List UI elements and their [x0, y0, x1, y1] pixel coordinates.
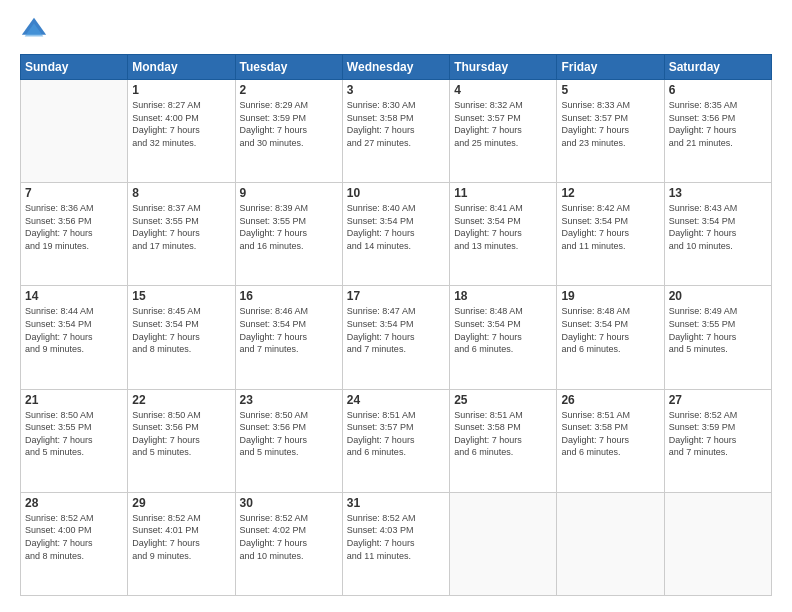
- calendar-cell: 19Sunrise: 8:48 AM Sunset: 3:54 PM Dayli…: [557, 286, 664, 389]
- cell-content: Sunrise: 8:33 AM Sunset: 3:57 PM Dayligh…: [561, 99, 659, 149]
- day-number: 20: [669, 289, 767, 303]
- day-number: 22: [132, 393, 230, 407]
- calendar-cell: 30Sunrise: 8:52 AM Sunset: 4:02 PM Dayli…: [235, 492, 342, 595]
- calendar-table: SundayMondayTuesdayWednesdayThursdayFrid…: [20, 54, 772, 596]
- calendar-cell: 23Sunrise: 8:50 AM Sunset: 3:56 PM Dayli…: [235, 389, 342, 492]
- cell-content: Sunrise: 8:43 AM Sunset: 3:54 PM Dayligh…: [669, 202, 767, 252]
- column-header-monday: Monday: [128, 55, 235, 80]
- calendar-cell: 20Sunrise: 8:49 AM Sunset: 3:55 PM Dayli…: [664, 286, 771, 389]
- calendar-cell: 12Sunrise: 8:42 AM Sunset: 3:54 PM Dayli…: [557, 183, 664, 286]
- calendar-cell: 31Sunrise: 8:52 AM Sunset: 4:03 PM Dayli…: [342, 492, 449, 595]
- page: SundayMondayTuesdayWednesdayThursdayFrid…: [0, 0, 792, 612]
- calendar-cell: 22Sunrise: 8:50 AM Sunset: 3:56 PM Dayli…: [128, 389, 235, 492]
- day-number: 31: [347, 496, 445, 510]
- column-header-tuesday: Tuesday: [235, 55, 342, 80]
- calendar-cell: 27Sunrise: 8:52 AM Sunset: 3:59 PM Dayli…: [664, 389, 771, 492]
- calendar-header-row: SundayMondayTuesdayWednesdayThursdayFrid…: [21, 55, 772, 80]
- cell-content: Sunrise: 8:37 AM Sunset: 3:55 PM Dayligh…: [132, 202, 230, 252]
- day-number: 4: [454, 83, 552, 97]
- calendar-cell: 26Sunrise: 8:51 AM Sunset: 3:58 PM Dayli…: [557, 389, 664, 492]
- day-number: 26: [561, 393, 659, 407]
- day-number: 6: [669, 83, 767, 97]
- cell-content: Sunrise: 8:48 AM Sunset: 3:54 PM Dayligh…: [454, 305, 552, 355]
- cell-content: Sunrise: 8:35 AM Sunset: 3:56 PM Dayligh…: [669, 99, 767, 149]
- calendar-week-4: 21Sunrise: 8:50 AM Sunset: 3:55 PM Dayli…: [21, 389, 772, 492]
- calendar-cell: 4Sunrise: 8:32 AM Sunset: 3:57 PM Daylig…: [450, 80, 557, 183]
- day-number: 16: [240, 289, 338, 303]
- cell-content: Sunrise: 8:51 AM Sunset: 3:58 PM Dayligh…: [454, 409, 552, 459]
- calendar-week-5: 28Sunrise: 8:52 AM Sunset: 4:00 PM Dayli…: [21, 492, 772, 595]
- day-number: 12: [561, 186, 659, 200]
- cell-content: Sunrise: 8:30 AM Sunset: 3:58 PM Dayligh…: [347, 99, 445, 149]
- day-number: 7: [25, 186, 123, 200]
- cell-content: Sunrise: 8:52 AM Sunset: 4:03 PM Dayligh…: [347, 512, 445, 562]
- column-header-thursday: Thursday: [450, 55, 557, 80]
- day-number: 2: [240, 83, 338, 97]
- cell-content: Sunrise: 8:50 AM Sunset: 3:55 PM Dayligh…: [25, 409, 123, 459]
- cell-content: Sunrise: 8:46 AM Sunset: 3:54 PM Dayligh…: [240, 305, 338, 355]
- day-number: 25: [454, 393, 552, 407]
- day-number: 9: [240, 186, 338, 200]
- day-number: 30: [240, 496, 338, 510]
- calendar-cell: [450, 492, 557, 595]
- cell-content: Sunrise: 8:51 AM Sunset: 3:58 PM Dayligh…: [561, 409, 659, 459]
- cell-content: Sunrise: 8:29 AM Sunset: 3:59 PM Dayligh…: [240, 99, 338, 149]
- cell-content: Sunrise: 8:52 AM Sunset: 4:01 PM Dayligh…: [132, 512, 230, 562]
- column-header-saturday: Saturday: [664, 55, 771, 80]
- header: [20, 16, 772, 44]
- calendar-cell: 9Sunrise: 8:39 AM Sunset: 3:55 PM Daylig…: [235, 183, 342, 286]
- column-header-friday: Friday: [557, 55, 664, 80]
- calendar-cell: 5Sunrise: 8:33 AM Sunset: 3:57 PM Daylig…: [557, 80, 664, 183]
- column-header-wednesday: Wednesday: [342, 55, 449, 80]
- calendar-week-2: 7Sunrise: 8:36 AM Sunset: 3:56 PM Daylig…: [21, 183, 772, 286]
- cell-content: Sunrise: 8:50 AM Sunset: 3:56 PM Dayligh…: [240, 409, 338, 459]
- cell-content: Sunrise: 8:41 AM Sunset: 3:54 PM Dayligh…: [454, 202, 552, 252]
- cell-content: Sunrise: 8:42 AM Sunset: 3:54 PM Dayligh…: [561, 202, 659, 252]
- calendar-cell: 8Sunrise: 8:37 AM Sunset: 3:55 PM Daylig…: [128, 183, 235, 286]
- calendar-cell: [21, 80, 128, 183]
- day-number: 11: [454, 186, 552, 200]
- cell-content: Sunrise: 8:51 AM Sunset: 3:57 PM Dayligh…: [347, 409, 445, 459]
- calendar-cell: 2Sunrise: 8:29 AM Sunset: 3:59 PM Daylig…: [235, 80, 342, 183]
- cell-content: Sunrise: 8:44 AM Sunset: 3:54 PM Dayligh…: [25, 305, 123, 355]
- cell-content: Sunrise: 8:45 AM Sunset: 3:54 PM Dayligh…: [132, 305, 230, 355]
- cell-content: Sunrise: 8:49 AM Sunset: 3:55 PM Dayligh…: [669, 305, 767, 355]
- cell-content: Sunrise: 8:50 AM Sunset: 3:56 PM Dayligh…: [132, 409, 230, 459]
- cell-content: Sunrise: 8:48 AM Sunset: 3:54 PM Dayligh…: [561, 305, 659, 355]
- cell-content: Sunrise: 8:32 AM Sunset: 3:57 PM Dayligh…: [454, 99, 552, 149]
- cell-content: Sunrise: 8:52 AM Sunset: 4:02 PM Dayligh…: [240, 512, 338, 562]
- day-number: 27: [669, 393, 767, 407]
- day-number: 13: [669, 186, 767, 200]
- calendar-cell: 25Sunrise: 8:51 AM Sunset: 3:58 PM Dayli…: [450, 389, 557, 492]
- calendar-cell: 18Sunrise: 8:48 AM Sunset: 3:54 PM Dayli…: [450, 286, 557, 389]
- day-number: 23: [240, 393, 338, 407]
- day-number: 15: [132, 289, 230, 303]
- calendar-cell: 21Sunrise: 8:50 AM Sunset: 3:55 PM Dayli…: [21, 389, 128, 492]
- calendar-cell: 7Sunrise: 8:36 AM Sunset: 3:56 PM Daylig…: [21, 183, 128, 286]
- cell-content: Sunrise: 8:47 AM Sunset: 3:54 PM Dayligh…: [347, 305, 445, 355]
- cell-content: Sunrise: 8:39 AM Sunset: 3:55 PM Dayligh…: [240, 202, 338, 252]
- calendar-cell: 1Sunrise: 8:27 AM Sunset: 4:00 PM Daylig…: [128, 80, 235, 183]
- day-number: 21: [25, 393, 123, 407]
- day-number: 8: [132, 186, 230, 200]
- calendar-cell: 28Sunrise: 8:52 AM Sunset: 4:00 PM Dayli…: [21, 492, 128, 595]
- calendar-cell: 14Sunrise: 8:44 AM Sunset: 3:54 PM Dayli…: [21, 286, 128, 389]
- calendar-cell: [557, 492, 664, 595]
- calendar-cell: 24Sunrise: 8:51 AM Sunset: 3:57 PM Dayli…: [342, 389, 449, 492]
- day-number: 5: [561, 83, 659, 97]
- cell-content: Sunrise: 8:27 AM Sunset: 4:00 PM Dayligh…: [132, 99, 230, 149]
- day-number: 14: [25, 289, 123, 303]
- day-number: 1: [132, 83, 230, 97]
- logo: [20, 16, 52, 44]
- day-number: 17: [347, 289, 445, 303]
- cell-content: Sunrise: 8:52 AM Sunset: 3:59 PM Dayligh…: [669, 409, 767, 459]
- day-number: 28: [25, 496, 123, 510]
- day-number: 18: [454, 289, 552, 303]
- calendar-cell: 17Sunrise: 8:47 AM Sunset: 3:54 PM Dayli…: [342, 286, 449, 389]
- calendar-cell: 16Sunrise: 8:46 AM Sunset: 3:54 PM Dayli…: [235, 286, 342, 389]
- day-number: 24: [347, 393, 445, 407]
- logo-icon: [20, 16, 48, 44]
- cell-content: Sunrise: 8:36 AM Sunset: 3:56 PM Dayligh…: [25, 202, 123, 252]
- calendar-cell: 15Sunrise: 8:45 AM Sunset: 3:54 PM Dayli…: [128, 286, 235, 389]
- calendar-week-3: 14Sunrise: 8:44 AM Sunset: 3:54 PM Dayli…: [21, 286, 772, 389]
